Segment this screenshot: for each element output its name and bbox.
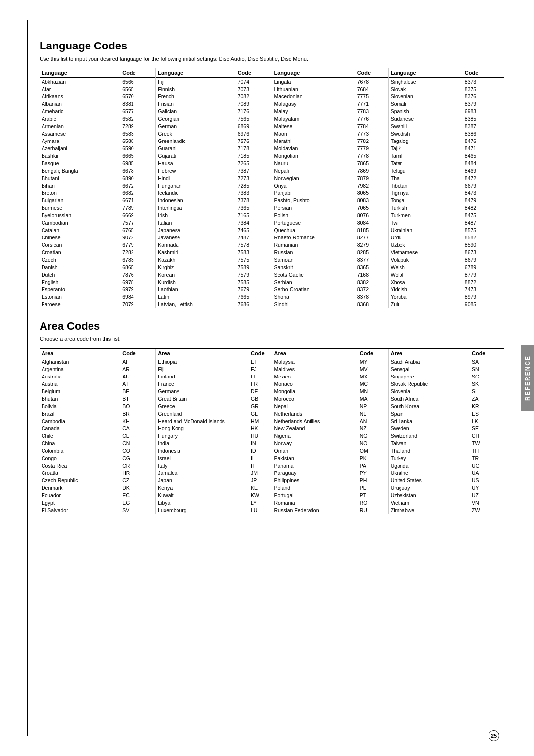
lang-name: Turkish	[389, 204, 463, 211]
lang-row: Tibetan6679	[389, 182, 504, 189]
lang-code: 6679	[463, 182, 504, 189]
lang-code: 6590	[120, 144, 155, 152]
lang-code: 6984	[120, 293, 155, 300]
lang-name: Singhalese	[389, 78, 463, 86]
lang-name: Malagasy	[272, 100, 356, 107]
lang-row: Afar6565	[40, 85, 155, 93]
lang-code: 8472	[463, 174, 504, 182]
area-name: Vietnam	[389, 499, 470, 507]
lang-row: Somali8379	[389, 100, 504, 107]
lang-code: 6570	[120, 93, 155, 100]
lang-code: 7577	[120, 219, 155, 226]
lang-row: Swedish8386	[389, 130, 504, 137]
lang-row: Galician7176	[156, 107, 271, 115]
lang-code: 7784	[356, 122, 388, 130]
area-code: IT	[249, 462, 271, 470]
lang-header-code: Code	[236, 68, 272, 78]
area-row: SwitzerlandCH	[389, 432, 504, 440]
area-code: FJ	[249, 366, 271, 373]
page-border-left	[27, 20, 28, 736]
lang-row: Javanese7487	[156, 234, 271, 241]
area-row: GreenlandGL	[156, 410, 271, 418]
area-name: Malaysia	[272, 358, 358, 366]
area-code: PL	[358, 484, 388, 492]
area-row: Great BritainGB	[156, 395, 271, 403]
area-name: Turkey	[389, 455, 470, 462]
lang-row: Thai8472	[389, 174, 504, 182]
area-code: NL	[358, 410, 388, 418]
area-row: MonacoMC	[272, 380, 388, 388]
lang-code: 7378	[236, 196, 272, 204]
lang-name: Dutch	[40, 271, 120, 278]
area-row: Costa RicaCR	[40, 462, 155, 470]
area-code: AR	[120, 366, 155, 373]
area-code: MV	[358, 366, 388, 373]
area-row: TurkeyTR	[389, 455, 504, 462]
area-name: Mongolia	[272, 388, 358, 395]
area-row: EgyptEG	[40, 499, 155, 507]
page-border-bottom	[27, 736, 37, 736]
area-name: Germany	[156, 388, 249, 395]
area-row: CongoCG	[40, 455, 155, 462]
area-name: Singapore	[389, 373, 470, 380]
lang-name: Indonesian	[156, 196, 235, 204]
lang-row: Turkmen8475	[389, 211, 504, 219]
area-name: Poland	[272, 484, 358, 492]
area-row: JamaicaJM	[156, 470, 271, 477]
area-name: El Salvador	[40, 507, 120, 514]
area-code: JP	[249, 477, 271, 484]
area-row: KuwaitKW	[156, 492, 271, 499]
lang-code: 7282	[120, 248, 155, 256]
lang-row: Faroese7079	[40, 300, 155, 308]
area-code: PH	[358, 477, 388, 484]
area-name: Congo	[40, 455, 120, 462]
lang-code: 7289	[120, 122, 155, 130]
area-code: LU	[249, 507, 271, 514]
area-code: CZ	[120, 477, 155, 484]
lang-row: Sudanese8385	[389, 115, 504, 122]
lang-row: Greenlandic7576	[156, 137, 271, 144]
lang-row: Moldavian7779	[272, 144, 388, 152]
lang-name: Faroese	[40, 300, 120, 308]
lang-name: Laothian	[156, 285, 235, 293]
area-code: PY	[358, 470, 388, 477]
area-row: HungaryHU	[156, 432, 271, 440]
area-name: Canada	[40, 425, 120, 432]
lang-header-language: Language	[272, 68, 356, 78]
lang-code: 7684	[356, 85, 388, 93]
area-row: GreeceGR	[156, 403, 271, 410]
area-name: Hungary	[156, 432, 249, 440]
area-row: ParaguayPY	[272, 470, 388, 477]
area-code: MY	[358, 358, 388, 366]
lang-name: Kazakh	[156, 256, 235, 263]
lang-row: Armenian7289	[40, 122, 155, 130]
lang-row: Ukrainian8575	[389, 226, 504, 234]
lang-name: Byelorussian	[40, 211, 120, 219]
area-row: SpainES	[389, 410, 504, 418]
area-row: UzbekistanUZ	[389, 492, 504, 499]
area-row: South AfricaZA	[389, 395, 504, 403]
lang-name: Tagalog	[389, 137, 463, 144]
lang-name: Tajik	[389, 144, 463, 152]
area-row: UkraineUA	[389, 470, 504, 477]
lang-code: 8387	[463, 122, 504, 130]
lang-name: Norwegian	[272, 174, 356, 182]
lang-row: Malay7783	[272, 107, 388, 115]
lang-row: Tamil8465	[389, 152, 504, 159]
area-code: MA	[358, 395, 388, 403]
lang-code: 8382	[356, 278, 388, 285]
lang-row: Turkish8482	[389, 204, 504, 211]
lang-name: Nepali	[272, 167, 356, 174]
lang-row: Slovak8375	[389, 85, 504, 93]
lang-name: Tatar	[389, 159, 463, 167]
lang-name: Breton	[40, 189, 120, 196]
lang-code: 9072	[120, 234, 155, 241]
lang-code: 7879	[356, 174, 388, 182]
area-row: FranceFR	[156, 380, 271, 388]
lang-code: 7775	[356, 93, 388, 100]
lang-row: Vietnamese8673	[389, 248, 504, 256]
area-name: Mexico	[272, 373, 358, 380]
lang-row: Bihari6672	[40, 182, 155, 189]
area-code: IN	[249, 440, 271, 447]
lang-row: Yiddish7473	[389, 285, 504, 293]
